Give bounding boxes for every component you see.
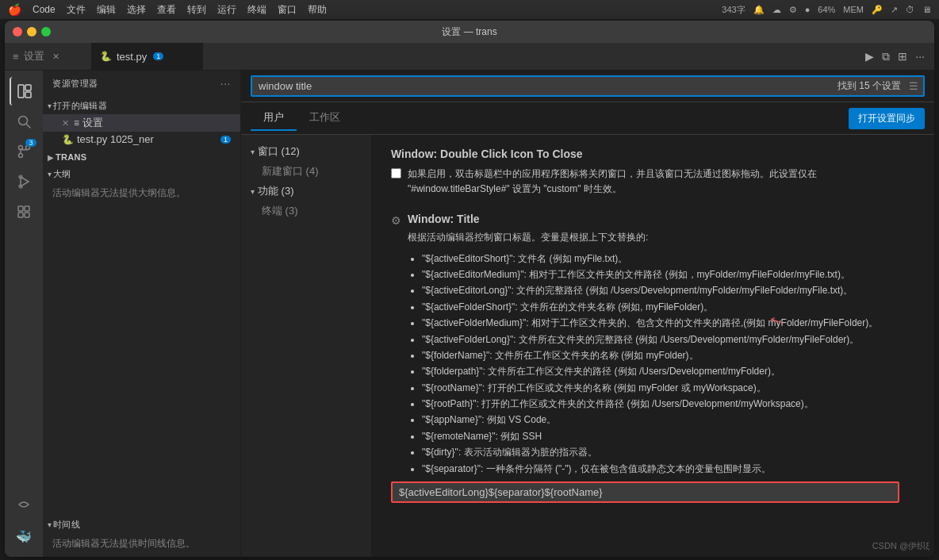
word-count: 343字 xyxy=(722,4,745,16)
trans-arrow: ▶ xyxy=(48,153,54,162)
timeline-group[interactable]: ▾ 时间线 xyxy=(43,516,240,533)
window-title-input[interactable] xyxy=(391,481,899,503)
settings-tab-close[interactable]: ✕ xyxy=(52,52,59,62)
setting-section-title: ⚙ Window: Title 根据活动编辑器控制窗口标题。变量是根据上下文替换… xyxy=(391,213,915,503)
svg-rect-1 xyxy=(25,85,31,90)
notification-icon[interactable]: 🔔 xyxy=(753,5,765,15)
open-editors-label: 打开的编辑器 xyxy=(53,100,107,112)
menu-file[interactable]: 文件 xyxy=(67,3,86,17)
bullet-13: "${dirty}": 表示活动编辑器为脏的指示器。 xyxy=(422,444,878,460)
sidebar-editor-settings[interactable]: ✕ ≡ 设置 xyxy=(43,114,240,132)
timer-icon[interactable]: ⏱ xyxy=(906,5,914,14)
menu-view[interactable]: 查看 xyxy=(157,3,176,17)
testpy-tab-icon: 🐍 xyxy=(100,51,112,62)
traffic-light-green[interactable] xyxy=(41,27,51,36)
layout-icon[interactable]: ⊞ xyxy=(898,50,907,63)
run-icon[interactable]: ▶ xyxy=(865,50,874,63)
menu-run[interactable]: 运行 xyxy=(217,3,236,17)
sync-icon[interactable]: ↗ xyxy=(891,5,898,15)
setting-title-window-title: Window: Title xyxy=(408,213,878,225)
nav-features-group[interactable]: ▾ 功能 (3) xyxy=(241,181,371,201)
mem-usage: 64% xyxy=(818,5,835,14)
mem-label: MEM xyxy=(843,5,864,14)
svg-point-6 xyxy=(19,146,23,150)
more-actions-icon[interactable]: ··· xyxy=(915,50,925,63)
bullet-7: "${folderName}": 文件所在工作区文件夹的名称 (例如 myFol… xyxy=(422,347,878,363)
tab-testpy[interactable]: 🐍 test.py 1 xyxy=(92,43,203,70)
svg-rect-13 xyxy=(18,213,23,217)
trans-label: TRANS xyxy=(56,152,86,162)
bullet-10: "${rootPath}": 打开的工作区或文件夹的文件路径 (例如 /User… xyxy=(422,396,878,412)
bullet-2: "${activeEditorMedium}": 相对于工作区文件夹的文件路径 … xyxy=(422,267,878,282)
menu-terminal[interactable]: 终端 xyxy=(247,3,266,17)
bullet-12: "${remoteName}": 例如 SSH xyxy=(422,428,878,444)
settings-editor-close-icon[interactable]: ✕ xyxy=(62,118,69,128)
traffic-light-yellow[interactable] xyxy=(27,27,36,36)
record-icon: ● xyxy=(805,5,811,14)
search-result-count: 找到 15 个设置 xyxy=(837,79,901,93)
setting-title-double-click: Window: Double Click Icon To Close xyxy=(391,148,915,160)
monitor-icon[interactable]: 🖥 xyxy=(922,5,931,14)
menu-select[interactable]: 选择 xyxy=(127,3,146,17)
nav-terminal[interactable]: 终端 (3) xyxy=(241,201,371,221)
outline-empty-text: 活动编辑器无法提供大纲信息。 xyxy=(52,186,231,200)
testpy-tab-badge: 1 xyxy=(153,52,163,60)
nav-window-arrow: ▾ xyxy=(251,148,255,156)
setting-title-bullets: "${activeEditorShort}": 文件名 (例如 myFile.t… xyxy=(408,251,878,477)
svg-rect-0 xyxy=(18,85,24,98)
traffic-light-red[interactable] xyxy=(13,27,22,36)
menu-help[interactable]: 帮助 xyxy=(308,3,327,17)
settings-search-input[interactable] xyxy=(251,75,925,97)
menu-goto[interactable]: 转到 xyxy=(187,3,206,17)
bullet-3: "${activeEditorLong}": 文件的完整路径 (例如 /User… xyxy=(422,282,878,298)
open-editors-arrow: ▾ xyxy=(48,102,52,110)
timeline-label: 时间线 xyxy=(53,519,80,531)
split-icon[interactable]: ⧉ xyxy=(882,50,890,63)
outline-group[interactable]: ▾ 大纲 xyxy=(43,166,240,182)
svg-rect-12 xyxy=(25,206,29,211)
testpy-editor-label: test.py 1025_ner xyxy=(77,133,154,145)
timeline-empty-text: 活动编辑器无法提供时间线信息。 xyxy=(52,536,231,550)
explorer-more-icon[interactable]: ··· xyxy=(220,77,231,90)
double-click-checkbox[interactable] xyxy=(391,168,401,178)
timeline-arrow: ▾ xyxy=(48,520,52,529)
search-filter-icon[interactable]: ☰ xyxy=(909,80,918,92)
open-editors-group[interactable]: ▾ 打开的编辑器 xyxy=(43,98,240,114)
bullet-14: "${separator}": 一种条件分隔符 ("-")，仅在被包含值或静态文… xyxy=(422,461,878,477)
menu-edit[interactable]: 编辑 xyxy=(97,3,116,17)
svg-rect-11 xyxy=(18,206,23,211)
activity-run-debug[interactable] xyxy=(10,167,38,196)
nav-new-window[interactable]: 新建窗口 (4) xyxy=(241,162,371,181)
activity-explorer[interactable] xyxy=(10,77,38,105)
activity-docker[interactable]: 🐳 xyxy=(10,522,38,550)
apple-menu[interactable]: 🍎 xyxy=(8,3,21,16)
nav-features-arrow: ▾ xyxy=(251,187,255,196)
tab-workspace[interactable]: 工作区 xyxy=(297,105,353,131)
menu-window[interactable]: 窗口 xyxy=(278,3,297,17)
cloud-icon[interactable]: ☁ xyxy=(772,5,781,15)
menu-code[interactable]: Code xyxy=(33,4,56,15)
tab-settings[interactable]: ≡ 设置 ✕ xyxy=(5,43,92,70)
outline-label: 大纲 xyxy=(53,168,71,180)
bullet-4: "${activeFolderShort}": 文件所在的文件夹名称 (例如, … xyxy=(422,299,878,315)
sync-button[interactable]: 打开设置同步 xyxy=(849,108,925,129)
bullet-5: "${activeFolderMedium}": 相对于工作区文件夹的、包含文件… xyxy=(422,315,878,331)
activity-extensions[interactable] xyxy=(10,198,38,226)
trans-group[interactable]: ▶ TRANS xyxy=(43,150,240,164)
activity-remote[interactable] xyxy=(10,490,38,519)
settings-icon[interactable]: ⚙ xyxy=(789,5,797,15)
svg-line-4 xyxy=(26,124,30,128)
gear-icon[interactable]: ⚙ xyxy=(391,214,401,227)
testpy-editor-icon: 🐍 xyxy=(62,134,74,145)
activity-search[interactable] xyxy=(10,107,38,136)
window-title: 设置 — trans xyxy=(442,25,496,39)
nav-window-group[interactable]: ▾ 窗口 (12) xyxy=(241,141,371,162)
setting-title-desc: 根据活动编辑器控制窗口标题。变量是根据上下文替换的: xyxy=(408,230,878,245)
sidebar-editor-testpy[interactable]: 🐍 test.py 1025_ner 1 xyxy=(43,132,240,147)
activity-source-control[interactable]: 3 xyxy=(10,137,38,166)
nav-features-label: 功能 (3) xyxy=(258,184,294,198)
key-icon[interactable]: 🔑 xyxy=(872,5,883,15)
tab-user[interactable]: 用户 xyxy=(251,105,297,131)
watermark: CSDN @伊织ξ xyxy=(872,540,929,552)
outline-arrow: ▾ xyxy=(48,170,52,178)
